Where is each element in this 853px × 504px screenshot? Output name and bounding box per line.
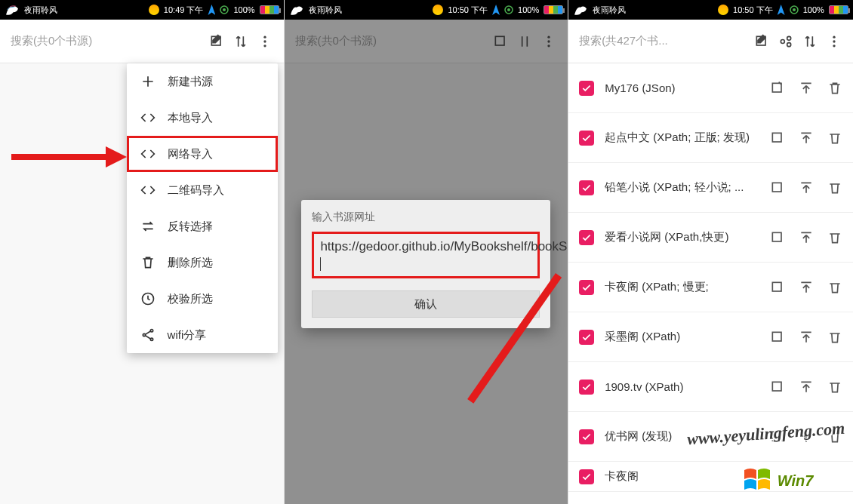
win7-label: Win7 bbox=[778, 472, 814, 490]
svg-point-8 bbox=[143, 333, 145, 336]
top-icon[interactable] bbox=[799, 280, 814, 295]
svg-rect-28 bbox=[772, 232, 781, 241]
svg-point-17 bbox=[793, 8, 796, 11]
svg-rect-31 bbox=[772, 382, 781, 391]
menu-local-import[interactable]: 本地导入 bbox=[127, 100, 278, 136]
edit-icon[interactable] bbox=[770, 330, 785, 345]
checkbox-icon[interactable] bbox=[579, 330, 594, 345]
checkbox-icon[interactable] bbox=[579, 469, 594, 484]
share-icon bbox=[140, 327, 156, 343]
menu-invert-selection[interactable]: 反转选择 bbox=[127, 208, 278, 244]
source-name: 1909.tv (XPath) bbox=[605, 380, 770, 393]
trash-icon[interactable] bbox=[827, 180, 842, 195]
win7-logo: Win7 bbox=[743, 462, 848, 499]
menu-delete-selected[interactable]: 删除所选 bbox=[127, 244, 278, 281]
source-row[interactable]: 爱看小说网 (XPath,快更) bbox=[568, 213, 853, 263]
source-name: 卡夜阁 (XPath; 慢更; bbox=[605, 280, 770, 294]
time-label: 10:50 下午 bbox=[733, 5, 773, 16]
pony-icon bbox=[573, 4, 588, 16]
edit-icon[interactable] bbox=[770, 81, 785, 96]
trash-icon[interactable] bbox=[827, 81, 842, 96]
source-name: 采墨阁 (XPath) bbox=[605, 330, 770, 344]
code-icon bbox=[140, 110, 156, 125]
menu-verify-selected[interactable]: 校验所选 bbox=[127, 281, 278, 317]
menu-wifi-share[interactable]: wifi分享 bbox=[127, 317, 278, 353]
edit-icon[interactable] bbox=[753, 33, 770, 50]
battery-icon bbox=[829, 5, 848, 14]
checkbox-icon[interactable] bbox=[579, 380, 594, 395]
top-icon[interactable] bbox=[799, 330, 814, 345]
trash-icon[interactable] bbox=[827, 131, 842, 146]
source-row[interactable]: 卡夜阁 (XPath; 慢更; bbox=[568, 263, 853, 312]
checkbox-icon[interactable] bbox=[579, 280, 594, 295]
target-icon bbox=[504, 5, 513, 14]
more-icon[interactable] bbox=[826, 33, 842, 50]
svg-point-19 bbox=[781, 39, 784, 43]
pony-icon bbox=[5, 4, 20, 16]
top-icon[interactable] bbox=[799, 180, 814, 195]
weather-icon bbox=[718, 5, 728, 15]
menu-new-source[interactable]: 新建书源 bbox=[127, 63, 278, 100]
svg-point-7 bbox=[150, 330, 152, 332]
target-icon bbox=[790, 5, 799, 14]
svg-rect-27 bbox=[772, 183, 781, 192]
top-icon[interactable] bbox=[799, 81, 814, 96]
svg-point-11 bbox=[507, 8, 510, 11]
edit-icon[interactable] bbox=[770, 380, 785, 395]
location-icon bbox=[208, 5, 215, 15]
trash-icon[interactable] bbox=[827, 280, 842, 295]
checkbox-icon[interactable] bbox=[579, 81, 594, 96]
status-bar: 夜雨聆风 10:50 下午 100% bbox=[285, 0, 568, 20]
checkbox-icon[interactable] bbox=[579, 180, 594, 195]
top-icon[interactable] bbox=[799, 131, 814, 146]
app-bar: 搜索(共427个书... bbox=[568, 20, 853, 63]
trash-icon[interactable] bbox=[827, 380, 842, 395]
edit-icon[interactable] bbox=[208, 33, 225, 50]
search-input[interactable]: 搜索(共0个书源) bbox=[11, 34, 201, 48]
checkbox-icon[interactable] bbox=[579, 131, 594, 146]
edit-icon[interactable] bbox=[770, 230, 785, 245]
source-row[interactable]: 起点中文 (XPath; 正版; 发现) bbox=[568, 113, 853, 163]
svg-rect-25 bbox=[772, 83, 781, 92]
trash-icon[interactable] bbox=[827, 230, 842, 245]
sort-icon[interactable] bbox=[802, 33, 818, 50]
menu-qr-import[interactable]: 二维码导入 bbox=[127, 172, 278, 208]
checkbox-icon[interactable] bbox=[579, 230, 594, 245]
more-icon[interactable] bbox=[257, 33, 273, 50]
annotation-arrow bbox=[8, 142, 128, 172]
source-name: 起点中文 (XPath; 正版; 发现) bbox=[605, 131, 770, 145]
url-input[interactable]: https://gedoor.github.io/MyBookshelf/boo… bbox=[312, 232, 540, 278]
svg-point-3 bbox=[263, 35, 266, 38]
svg-point-5 bbox=[263, 45, 266, 47]
battery-icon bbox=[260, 5, 279, 14]
pony-icon bbox=[289, 4, 304, 16]
dropdown-menu: 新建书源 本地导入 网络导入 二维码导入 反转选择 删除所选 bbox=[127, 63, 278, 353]
source-row[interactable]: 1909.tv (XPath) bbox=[568, 362, 853, 412]
target-icon bbox=[220, 5, 229, 14]
edit-icon[interactable] bbox=[770, 131, 785, 146]
confirm-button[interactable]: 确认 bbox=[312, 290, 540, 318]
source-row[interactable]: 采墨阁 (XPath) bbox=[568, 312, 853, 362]
edit-icon[interactable] bbox=[770, 180, 785, 195]
groups-icon[interactable] bbox=[778, 33, 794, 50]
checkbox-icon[interactable] bbox=[579, 429, 594, 444]
trash-icon[interactable] bbox=[827, 330, 842, 345]
top-icon[interactable] bbox=[799, 380, 814, 395]
top-icon[interactable] bbox=[799, 230, 814, 245]
battery-label: 100% bbox=[803, 5, 824, 14]
source-row[interactable]: 铅笔小说 (XPath; 轻小说; ... bbox=[568, 163, 853, 213]
svg-rect-30 bbox=[772, 332, 781, 341]
svg-point-24 bbox=[833, 45, 835, 47]
edit-icon[interactable] bbox=[770, 280, 785, 295]
battery-icon bbox=[544, 5, 563, 14]
source-name: My176 (JSon) bbox=[605, 81, 770, 94]
swap-icon bbox=[140, 219, 156, 234]
sort-icon[interactable] bbox=[232, 33, 249, 50]
battery-label: 100% bbox=[518, 5, 539, 14]
code-icon bbox=[140, 183, 156, 198]
source-row[interactable]: My176 (JSon) bbox=[568, 63, 853, 113]
weather-icon bbox=[433, 5, 443, 15]
dialog-title: 输入书源网址 bbox=[312, 211, 540, 224]
menu-network-import[interactable]: 网络导入 bbox=[127, 136, 278, 172]
search-input[interactable]: 搜索(共427个书... bbox=[579, 34, 746, 48]
